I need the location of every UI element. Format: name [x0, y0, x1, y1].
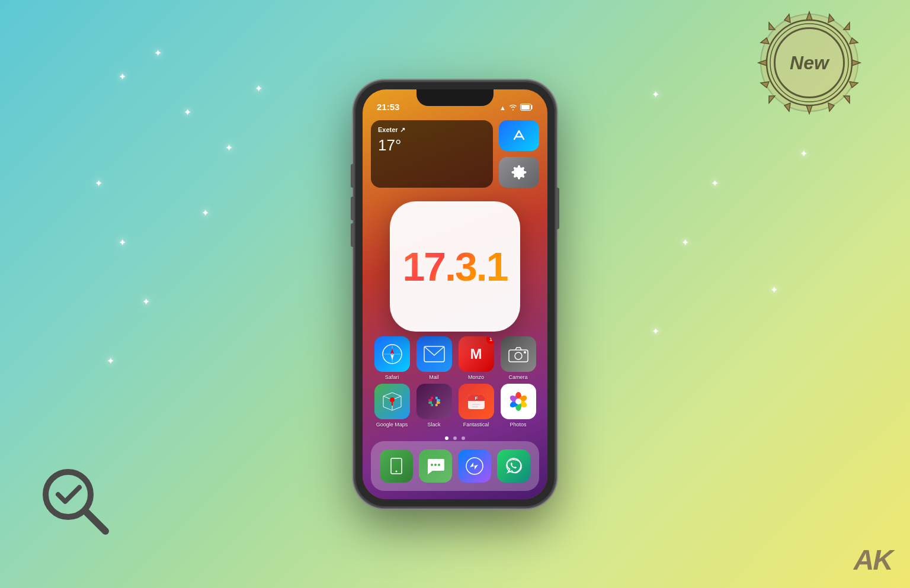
home-content: Exeter ↗ 17° [363, 115, 547, 499]
sparkle: ✦ [201, 207, 209, 219]
monzo-badge: 1 [486, 336, 494, 344]
svg-point-51 [431, 464, 433, 466]
wifi-icon [509, 104, 517, 112]
sparkle: ✦ [652, 326, 659, 337]
app-grid: Safari Mail [363, 336, 547, 431]
settings-widget-icon[interactable] [499, 157, 539, 188]
page-dots [363, 436, 547, 440]
sparkle: ✦ [154, 47, 162, 59]
page-dot-3 [462, 436, 465, 440]
app-fantastical[interactable]: F Fantastical [456, 384, 496, 428]
camera-icon[interactable] [501, 336, 536, 372]
app-row-1: Safari Mail [371, 336, 539, 380]
sparkle: ✦ [800, 148, 808, 159]
sparkle: ✦ [95, 178, 102, 189]
safari-icon[interactable] [374, 336, 410, 372]
photos-icon[interactable] [501, 384, 536, 419]
ak-logo: AK [854, 544, 892, 576]
sparkle: ✦ [118, 71, 126, 82]
svg-point-33 [515, 352, 522, 359]
app-slack[interactable]: Slack [414, 384, 454, 428]
slack-label: Slack [427, 422, 440, 428]
phone: 21:53 ▲ [354, 81, 556, 507]
mail-icon[interactable] [416, 336, 452, 372]
sparkle: ✦ [118, 237, 126, 248]
magnifier-icon [36, 464, 113, 541]
camera-label: Camera [508, 374, 527, 380]
svg-point-52 [434, 464, 437, 466]
new-badge-text: New [790, 52, 829, 74]
dock-messages-icon[interactable] [419, 449, 452, 483]
sparkle: ✦ [184, 107, 191, 118]
sparkle: ✦ [711, 178, 719, 189]
battery-icon [520, 104, 533, 112]
ak-logo-text: AK [854, 544, 892, 576]
signal-icon: ▲ [499, 104, 506, 111]
app-safari[interactable]: Safari [372, 336, 412, 380]
sparkle: ✦ [770, 284, 778, 295]
svg-marker-6 [844, 23, 850, 30]
sparkle: ✦ [652, 89, 659, 100]
sparkle: ✦ [255, 83, 262, 94]
dock-whatsapp-icon[interactable] [497, 449, 530, 483]
dock [371, 441, 539, 491]
page-dot-2 [453, 436, 457, 440]
maps-icon[interactable] [374, 384, 410, 419]
svg-line-20 [85, 511, 105, 531]
ios-version-overlay: 17.3.1 [390, 201, 520, 332]
svg-marker-7 [769, 96, 775, 103]
fantastical-icon[interactable]: F [459, 384, 494, 419]
sparkle: ✦ [681, 237, 689, 248]
app-photos[interactable]: Photos [498, 384, 539, 428]
svg-point-48 [515, 399, 521, 404]
app-store-widget-icon[interactable] [499, 120, 539, 151]
weather-location: Exeter ↗ [378, 126, 486, 134]
status-icons: ▲ [499, 104, 533, 112]
app-maps[interactable]: Google Maps [372, 384, 412, 428]
maps-label: Google Maps [376, 422, 408, 428]
photos-label: Photos [510, 422, 526, 428]
sparkle: ✦ [107, 355, 114, 367]
svg-rect-22 [521, 105, 530, 110]
dock-phone-icon[interactable] [380, 449, 413, 483]
dock-messenger-icon[interactable] [458, 449, 491, 483]
svg-point-34 [524, 351, 526, 354]
safari-label: Safari [385, 374, 399, 380]
svg-marker-8 [844, 96, 850, 103]
svg-point-49 [396, 470, 398, 472]
svg-marker-5 [769, 23, 775, 30]
monzo-icon[interactable]: M 1 [459, 336, 494, 372]
sparkle: ✦ [225, 142, 233, 153]
notch [416, 89, 494, 106]
widget-row: Exeter ↗ 17° [363, 115, 547, 192]
monzo-label: Monzo [468, 374, 484, 380]
fantastical-label: Fantastical [463, 422, 489, 428]
app-monzo[interactable]: M 1 Monzo [456, 336, 496, 380]
svg-point-35 [390, 397, 395, 402]
ios-version-text: 17.3.1 [402, 243, 507, 290]
app-row-2: Google Maps [371, 384, 539, 428]
slack-icon[interactable] [416, 384, 452, 419]
new-badge: .gear-stroke{fill:none;stroke:#5a5230;st… [756, 9, 863, 116]
svg-point-53 [438, 464, 440, 466]
weather-temperature: 17° [378, 136, 486, 155]
app-mail[interactable]: Mail [414, 336, 454, 380]
app-camera[interactable]: Camera [498, 336, 539, 380]
svg-text:F: F [475, 396, 478, 401]
weather-widget: Exeter ↗ 17° [371, 120, 493, 188]
app-pair [499, 120, 539, 188]
phone-screen: 21:53 ▲ [363, 89, 547, 499]
svg-rect-50 [393, 458, 399, 459]
mail-label: Mail [429, 374, 439, 380]
sparkle: ✦ [142, 296, 150, 307]
phone-body: 21:53 ▲ [354, 81, 556, 507]
page-dot-1 [445, 436, 448, 440]
